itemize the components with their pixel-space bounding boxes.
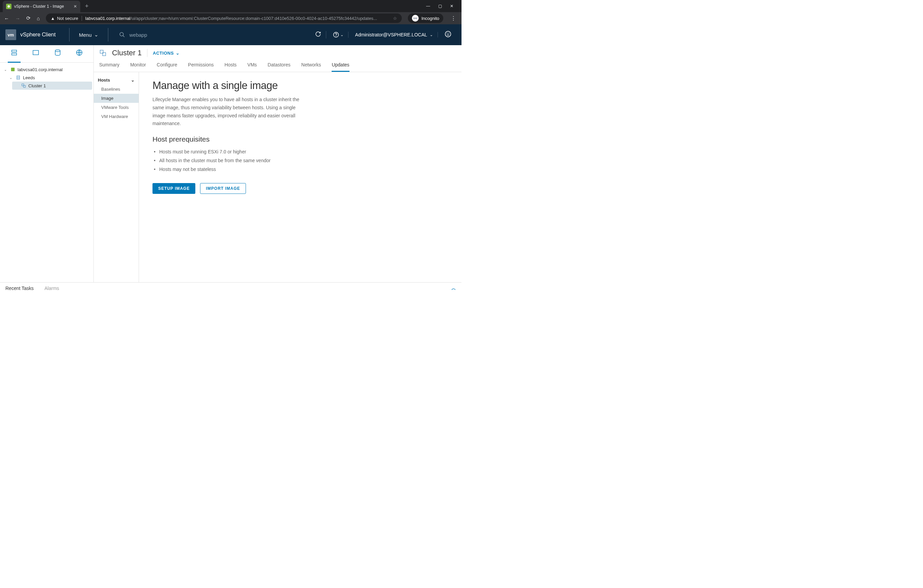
storage-tab-icon[interactable] — [51, 45, 64, 63]
setup-image-button[interactable]: SETUP IMAGE — [153, 183, 195, 194]
new-tab-button[interactable]: + — [82, 3, 92, 10]
help-icon — [333, 32, 339, 38]
svg-point-10 — [55, 50, 60, 52]
svg-rect-7 — [12, 50, 17, 52]
chevron-down-icon: ⌄ — [94, 32, 99, 38]
tree-vcenter[interactable]: ⌄ labvcsa01.corp.internal — [2, 66, 92, 74]
main-description: Lifecycle Manager enables you to have al… — [153, 96, 308, 128]
cluster-icon — [99, 49, 107, 57]
hosts-clusters-tab-icon[interactable] — [8, 45, 21, 63]
svg-rect-12 — [11, 68, 15, 72]
vms-templates-tab-icon[interactable] — [30, 45, 42, 63]
tab-monitor[interactable]: Monitor — [130, 59, 146, 72]
content-body: Hosts ⌄ BaselinesImageVMware ToolsVM Har… — [94, 72, 462, 282]
prereq-heading: Host prerequisites — [153, 135, 448, 143]
bottom-bar: Recent Tasks Alarms ︽ — [0, 282, 462, 294]
side-item-vmware-tools[interactable]: VMware Tools — [94, 103, 139, 112]
incognito-badge[interactable]: 👓 Incognito — [408, 13, 443, 23]
back-icon[interactable]: ← — [4, 15, 9, 21]
menu-button[interactable]: Menu ⌄ — [75, 32, 103, 38]
tab-permissions[interactable]: Permissions — [188, 59, 214, 72]
page-title: Cluster 1 — [112, 49, 142, 57]
datacenter-icon — [15, 75, 21, 80]
window-maximize-icon[interactable]: ▢ — [438, 4, 442, 8]
browser-menu-icon[interactable]: ⋮ — [449, 15, 457, 21]
browser-tab[interactable]: ⬢ vSphere - Cluster 1 - Image ✕ — [3, 1, 80, 12]
prereq-item: Hosts may not be stateless — [153, 165, 448, 174]
tree-cluster[interactable]: Cluster 1 — [12, 82, 92, 90]
import-image-button[interactable]: IMPORT IMAGE — [200, 183, 246, 194]
header-right: ⌄ Administrator@VSPHERE.LOCAL ⌄ — [310, 31, 456, 39]
content-area: Cluster 1 ACTIONS ⌄ SummaryMonitorConfig… — [94, 45, 462, 282]
security-indicator[interactable]: ▲ Not secure — [51, 16, 82, 21]
alarms-tab[interactable]: Alarms — [44, 285, 59, 291]
chevron-down-icon: ⌄ — [10, 76, 13, 80]
vsphere-header: vm vSphere Client Menu ⌄ webapp ⌄ Admini… — [0, 24, 462, 45]
vmware-logo-icon: vm — [5, 29, 16, 40]
chevron-down-icon: ⌄ — [131, 77, 135, 83]
svg-point-3 — [336, 36, 336, 36]
tab-title: vSphere - Cluster 1 - Image — [14, 4, 64, 9]
bookmark-icon[interactable]: ☆ — [393, 16, 397, 21]
search-icon — [119, 32, 125, 38]
close-tab-icon[interactable]: ✕ — [74, 4, 77, 9]
prereq-item: All hosts in the cluster must be from th… — [153, 156, 448, 165]
tab-summary[interactable]: Summary — [99, 59, 120, 72]
side-section-label: Hosts — [98, 77, 110, 83]
tab-networks[interactable]: Networks — [301, 59, 321, 72]
user-label: Administrator@VSPHERE.LOCAL — [355, 32, 427, 38]
recent-tasks-tab[interactable]: Recent Tasks — [5, 285, 34, 291]
inventory-nav-tabs — [0, 45, 94, 63]
help-button[interactable]: ⌄ — [328, 32, 348, 38]
url-host: labvcsa01.corp.internal — [85, 16, 131, 21]
menu-label: Menu — [79, 32, 92, 38]
window-controls: — ▢ ✕ — [421, 4, 459, 8]
browser-toolbar: ← → ⟳ ⌂ ▲ Not secure labvcsa01.corp.inte… — [0, 12, 462, 24]
refresh-button[interactable] — [310, 31, 326, 38]
smiley-icon — [445, 31, 452, 38]
svg-rect-8 — [12, 53, 17, 55]
tab-configure[interactable]: Configure — [157, 59, 177, 72]
reload-icon[interactable]: ⟳ — [26, 15, 31, 21]
side-item-vm-hardware[interactable]: VM Hardware — [94, 112, 139, 121]
vcenter-icon — [10, 67, 15, 72]
tab-datastores[interactable]: Datastores — [268, 59, 291, 72]
divider — [108, 28, 108, 41]
client-name[interactable]: vSphere Client — [20, 32, 64, 38]
window-minimize-icon[interactable]: — — [426, 4, 430, 8]
tab-updates[interactable]: Updates — [332, 59, 349, 72]
inventory-panel: ⌄ labvcsa01.corp.internal ⌄ Leeds Cluste… — [0, 45, 94, 282]
security-label: Not secure — [57, 16, 78, 21]
tab-hosts[interactable]: Hosts — [225, 59, 237, 72]
tab-vms[interactable]: VMs — [247, 59, 257, 72]
feedback-button[interactable] — [440, 31, 456, 39]
expand-panel-icon[interactable]: ︽ — [452, 285, 456, 291]
main-content: Manage with a single image Lifecycle Man… — [139, 72, 462, 282]
prereq-list: Hosts must be running ESXi 7.0 or higher… — [153, 147, 448, 174]
chevron-down-icon: ⌄ — [340, 33, 343, 37]
warning-icon: ▲ — [51, 16, 55, 21]
search-box[interactable]: webapp — [114, 32, 310, 38]
tree-datacenter[interactable]: ⌄ Leeds — [7, 74, 92, 82]
side-item-image[interactable]: Image — [94, 94, 139, 103]
forward-icon[interactable]: → — [15, 15, 20, 21]
url-path: /ui/app/cluster;nav=h/urn:vmomi:ClusterC… — [131, 16, 377, 21]
side-item-baselines[interactable]: Baselines — [94, 85, 139, 94]
main-heading: Manage with a single image — [153, 80, 448, 92]
window-close-icon[interactable]: ✕ — [450, 4, 453, 8]
content-header: Cluster 1 ACTIONS ⌄ SummaryMonitorConfig… — [94, 45, 462, 72]
actions-button[interactable]: ACTIONS ⌄ — [153, 51, 180, 56]
user-menu[interactable]: Administrator@VSPHERE.LOCAL ⌄ — [350, 32, 438, 38]
tree-label: Cluster 1 — [28, 83, 46, 88]
home-icon[interactable]: ⌂ — [37, 15, 40, 21]
favicon-vsphere-icon: ⬢ — [6, 4, 11, 9]
divider — [147, 49, 148, 57]
svg-rect-13 — [17, 76, 20, 80]
networking-tab-icon[interactable] — [73, 45, 86, 63]
prereq-item: Hosts must be running ESXi 7.0 or higher — [153, 147, 448, 156]
main-area: ⌄ labvcsa01.corp.internal ⌄ Leeds Cluste… — [0, 45, 462, 282]
browser-tab-bar: ⬢ vSphere - Cluster 1 - Image ✕ + — ▢ ✕ — [0, 0, 462, 12]
chevron-down-icon: ⌄ — [4, 68, 8, 72]
address-bar[interactable]: ▲ Not secure labvcsa01.corp.internal /ui… — [46, 13, 402, 23]
side-section-hosts[interactable]: Hosts ⌄ — [94, 75, 139, 85]
